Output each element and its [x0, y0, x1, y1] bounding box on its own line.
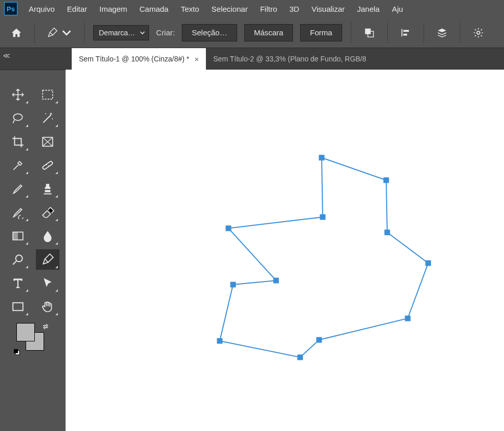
- menu-bar: Ps Arquivo Editar Imagem Camada Texto Se…: [0, 0, 504, 17]
- path-anchor[interactable]: [274, 278, 279, 283]
- svg-rect-11: [45, 190, 51, 192]
- separator: [387, 23, 388, 43]
- lasso-icon: [11, 112, 25, 125]
- hand-tool[interactable]: [36, 296, 59, 317]
- separator: [84, 23, 85, 43]
- align-icon: [400, 27, 411, 38]
- marquee-tool[interactable]: [36, 84, 59, 105]
- settings-button[interactable]: [469, 24, 488, 42]
- path-anchor[interactable]: [230, 282, 236, 287]
- menu-imagem[interactable]: Imagem: [93, 2, 133, 16]
- mask-button[interactable]: Máscara: [244, 24, 293, 41]
- svg-rect-2: [403, 30, 409, 32]
- healing-tool[interactable]: [36, 155, 59, 176]
- gradient-tool[interactable]: [6, 226, 30, 246]
- chevron-down-icon: [61, 27, 72, 38]
- menu-visualizar[interactable]: Visualizar: [305, 2, 351, 16]
- magic-wand-tool[interactable]: [36, 108, 59, 128]
- document-tab[interactable]: Sem Título-1 @ 100% (Cinza/8#) * ×: [72, 48, 206, 70]
- path-anchor[interactable]: [217, 338, 222, 343]
- droplet-icon: [41, 229, 54, 243]
- menu-ajuda[interactable]: Aju: [386, 2, 409, 16]
- pen-icon: [41, 253, 54, 266]
- path-anchor[interactable]: [426, 261, 431, 266]
- options-bar: Demarca… Criar: Seleção… Máscara Forma: [0, 17, 504, 48]
- collapse-toolbox-button[interactable]: <<: [3, 52, 8, 60]
- type-icon: [11, 276, 25, 290]
- path-anchor[interactable]: [405, 316, 410, 321]
- path-anchor[interactable]: [298, 355, 303, 360]
- menu-filtro[interactable]: Filtro: [254, 2, 283, 16]
- svg-point-10: [48, 165, 49, 166]
- shape-button[interactable]: Forma: [300, 24, 342, 41]
- path-mode-dropdown[interactable]: Demarca…: [93, 25, 149, 40]
- magic-wand-icon: [41, 112, 54, 125]
- menu-camada[interactable]: Camada: [133, 2, 175, 16]
- home-button[interactable]: [7, 24, 26, 42]
- path-alignment-button[interactable]: [396, 24, 415, 42]
- path-anchor[interactable]: [320, 214, 325, 220]
- gear-icon: [473, 27, 484, 38]
- vector-path[interactable]: [66, 70, 504, 431]
- svg-rect-5: [43, 90, 53, 99]
- crop-tool[interactable]: [6, 132, 30, 152]
- path-anchor[interactable]: [384, 178, 389, 183]
- menu-janela[interactable]: Janela: [351, 2, 386, 16]
- menu-arquivo[interactable]: Arquivo: [23, 2, 61, 16]
- menu-editar[interactable]: Editar: [61, 2, 93, 16]
- eraser-icon: [41, 206, 54, 219]
- marquee-icon: [41, 88, 54, 101]
- menu-texto[interactable]: Texto: [175, 2, 205, 16]
- svg-rect-14: [13, 303, 23, 310]
- frame-tool[interactable]: [36, 132, 59, 152]
- brush-tool[interactable]: [6, 179, 30, 199]
- path-anchor[interactable]: [317, 337, 322, 342]
- app-logo-text: Ps: [7, 5, 15, 13]
- stamp-icon: [41, 182, 54, 196]
- path-anchor[interactable]: [319, 155, 324, 160]
- create-label: Criar:: [156, 28, 175, 37]
- home-icon: [10, 27, 23, 38]
- eyedropper-tool[interactable]: [6, 155, 30, 176]
- eyedropper-icon: [11, 159, 25, 172]
- blur-tool[interactable]: [36, 226, 59, 246]
- path-anchor[interactable]: [226, 226, 231, 231]
- separator: [34, 23, 35, 43]
- close-icon[interactable]: ×: [195, 55, 199, 63]
- type-tool[interactable]: [6, 273, 30, 293]
- dropdown-label: Demarca…: [99, 29, 135, 37]
- history-brush-tool[interactable]: [6, 202, 30, 223]
- menu-selecionar[interactable]: Selecionar: [205, 2, 254, 16]
- path-operations-button[interactable]: [360, 24, 379, 42]
- path-operations-icon: [364, 27, 375, 38]
- separator: [460, 23, 460, 43]
- separator: [424, 23, 424, 43]
- arrow-cursor-icon: [41, 276, 54, 290]
- path-anchor[interactable]: [385, 230, 390, 235]
- tool-preset-picker[interactable]: [44, 25, 75, 40]
- rectangle-tool[interactable]: [6, 296, 30, 317]
- document-tab[interactable]: Sem Título-2 @ 33,3% (Plano de Fundo, RG…: [206, 48, 373, 70]
- pen-tool[interactable]: [36, 249, 59, 270]
- lasso-tool[interactable]: [6, 108, 30, 128]
- bandage-icon: [41, 159, 54, 172]
- tab-label: Sem Título-2 @ 33,3% (Plano de Fundo, RG…: [213, 55, 366, 63]
- color-swatches: [16, 323, 47, 354]
- dodge-tool[interactable]: [6, 249, 30, 270]
- move-tool[interactable]: [6, 84, 30, 105]
- stamp-tool[interactable]: [36, 179, 59, 199]
- svg-point-9: [46, 164, 47, 165]
- menu-3d[interactable]: 3D: [283, 2, 305, 16]
- path-arrangement-button[interactable]: [433, 24, 451, 42]
- default-colors-icon[interactable]: [13, 349, 20, 356]
- move-icon: [11, 88, 25, 101]
- path-selection-tool[interactable]: [36, 273, 59, 293]
- swap-colors-icon[interactable]: [42, 323, 49, 330]
- dodge-icon: [11, 253, 25, 266]
- eraser-tool[interactable]: [36, 202, 59, 223]
- svg-point-6: [13, 114, 22, 120]
- selection-button[interactable]: Seleção…: [182, 24, 237, 41]
- canvas[interactable]: [66, 70, 504, 431]
- toolbox: [0, 70, 66, 361]
- foreground-color-swatch[interactable]: [16, 323, 35, 341]
